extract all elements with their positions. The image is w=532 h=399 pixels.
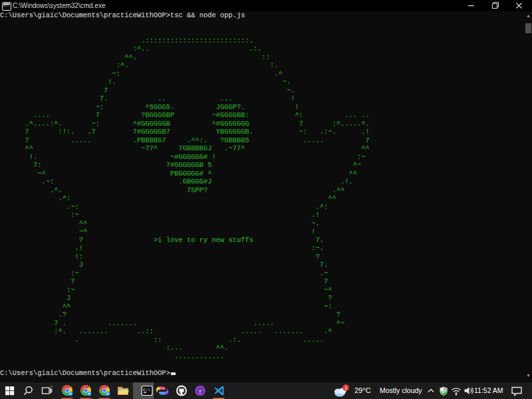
svg-text:1: 1	[344, 385, 347, 391]
svg-text:C:\: C:\	[143, 388, 150, 392]
